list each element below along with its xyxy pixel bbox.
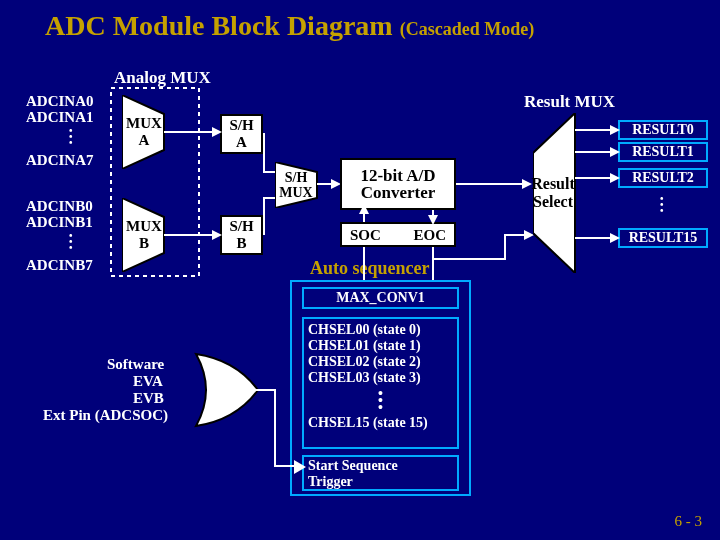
result-select-label: Result Select — [528, 175, 578, 211]
trigger-eva: EVA — [133, 373, 163, 389]
result2-box: RESULT2 — [618, 168, 708, 188]
arrow-right-icon — [610, 125, 620, 135]
mux-b-label: MUX B — [124, 218, 164, 252]
arrow-right-icon — [610, 233, 620, 243]
eoc-label: EOC — [413, 227, 446, 244]
sh-a-block: S/H A — [220, 114, 263, 154]
title-main: ADC Module Block Diagram — [45, 10, 393, 41]
arrow-down-icon — [428, 215, 438, 225]
page-title: ADC Module Block Diagram (Cascaded Mode) — [45, 10, 534, 42]
arrow-right-icon — [610, 173, 620, 183]
chsel-row: CHSEL03 (state 3) — [308, 370, 453, 386]
wire — [504, 234, 506, 260]
sh-b-block: S/H B — [220, 215, 263, 255]
wire — [434, 258, 506, 260]
arrow-right-icon — [212, 230, 222, 240]
result15-box: RESULT15 — [618, 228, 708, 248]
page-number: 6 - 3 — [675, 513, 703, 530]
vdots-icon: ••• — [660, 196, 664, 214]
sh-mux-label: S/H MUX — [277, 170, 315, 200]
result1-box: RESULT1 — [618, 142, 708, 162]
chsel-row: CHSEL00 (state 0) — [308, 322, 453, 338]
chsel-row: CHSEL02 (state 2) — [308, 354, 453, 370]
wire — [263, 197, 265, 235]
soc-label: SOC — [350, 227, 381, 244]
trigger-evb: EVB — [133, 390, 164, 406]
wire — [363, 247, 365, 280]
result-select-block: Result Select — [533, 113, 588, 273]
adcinb0-label: ADCINB0 — [26, 198, 93, 214]
wire — [263, 133, 265, 173]
arrow-up-icon — [359, 204, 369, 214]
vdots-icon: ••• — [69, 233, 73, 251]
wire — [575, 237, 615, 239]
wire — [456, 183, 528, 185]
title-sub: (Cascaded Mode) — [400, 19, 534, 39]
vdots-icon: ••• — [308, 390, 453, 411]
wire — [256, 389, 276, 391]
svg-marker-4 — [294, 460, 306, 474]
chsel-box: CHSEL00 (state 0) CHSEL01 (state 1) CHSE… — [302, 317, 459, 449]
wire — [575, 151, 615, 153]
wire — [274, 389, 276, 467]
result-mux-label: Result MUX — [524, 94, 615, 110]
chsel-row: CHSEL01 (state 1) — [308, 338, 453, 354]
vdots-icon: ••• — [69, 128, 73, 146]
soc-eoc-block: SOC EOC — [340, 222, 456, 247]
arrow-right-icon — [610, 147, 620, 157]
wire — [575, 177, 615, 179]
converter-block: 12-bit A/D Converter — [340, 158, 456, 210]
arrow-right-icon — [294, 460, 308, 474]
wire — [263, 197, 275, 199]
trigger-software: Software — [107, 356, 164, 372]
adcinb7-label: ADCINB7 — [26, 257, 93, 273]
wire — [263, 171, 275, 173]
trigger-extpin: Ext Pin (ADCSOC) — [43, 407, 168, 423]
adcina7-label: ADCINA7 — [26, 152, 94, 168]
adcina1-label: ADCINA1 — [26, 109, 94, 125]
adcinb1-label: ADCINB1 — [26, 214, 93, 230]
wire — [575, 129, 615, 131]
wire — [432, 247, 434, 280]
auto-sequencer-label: Auto sequencer — [310, 258, 430, 279]
mux-a-label: MUX A — [124, 115, 164, 149]
or-gate-icon — [186, 350, 266, 430]
arrow-right-icon — [212, 127, 222, 137]
adcina0-label: ADCINA0 — [26, 93, 94, 109]
chsel-row: CHSEL15 (state 15) — [308, 415, 453, 431]
max-conv-box: MAX_CONV1 — [302, 287, 459, 309]
result0-box: RESULT0 — [618, 120, 708, 140]
start-trigger-box: Start Sequence Trigger — [302, 455, 459, 491]
wire — [274, 465, 294, 467]
sh-mux-block: S/H MUX — [275, 162, 330, 208]
analog-mux-label: Analog MUX — [114, 70, 211, 86]
